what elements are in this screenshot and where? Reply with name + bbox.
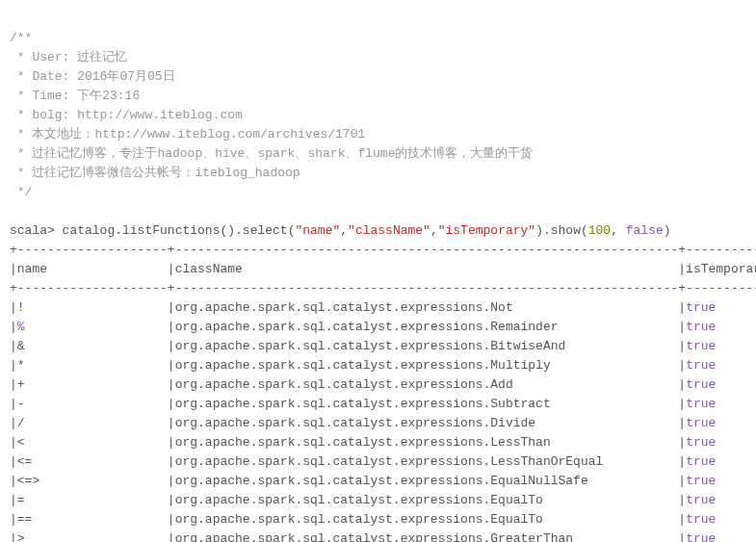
table-cell-istemporary: true xyxy=(686,339,716,353)
table-cell-istemporary: true xyxy=(686,377,716,392)
table-row: |> |org.apache.spark.sql.catalyst.expres… xyxy=(10,531,756,542)
table-cell-istemporary: true xyxy=(686,512,716,527)
table-row: |== |org.apache.spark.sql.catalyst.expre… xyxy=(10,512,756,527)
table-cell-istemporary: true xyxy=(686,416,716,430)
table-cell-istemporary: true xyxy=(686,300,716,315)
table-cell-name: % xyxy=(17,320,25,334)
table-cell-istemporary: true xyxy=(686,531,716,542)
table-cell-istemporary: true xyxy=(686,320,716,334)
table-row: |& |org.apache.spark.sql.catalyst.expres… xyxy=(10,339,756,353)
table-row: |! |org.apache.spark.sql.catalyst.expres… xyxy=(10,300,756,315)
table-row: |+ |org.apache.spark.sql.catalyst.expres… xyxy=(10,377,756,392)
code-line: scala> catalog.listFunctions().select("n… xyxy=(10,223,671,238)
table-cell-istemporary: true xyxy=(686,435,716,450)
code-string-arg: "className" xyxy=(348,223,430,238)
table-row: |- |org.apache.spark.sql.catalyst.expres… xyxy=(10,397,756,411)
table-cell-istemporary: true xyxy=(686,358,716,373)
table-cell-istemporary: true xyxy=(686,474,716,488)
table-row: |/ |org.apache.spark.sql.catalyst.expres… xyxy=(10,416,756,430)
table-row: |< |org.apache.spark.sql.catalyst.expres… xyxy=(10,435,756,450)
table-row: |= |org.apache.spark.sql.catalyst.expres… xyxy=(10,493,756,507)
code-number: 100 xyxy=(588,223,611,238)
table-cell-istemporary: true xyxy=(686,493,716,507)
code-string-arg: "isTemporary" xyxy=(438,223,535,238)
table-row: |<=> |org.apache.spark.sql.catalyst.expr… xyxy=(10,474,756,488)
table-cell-istemporary: true xyxy=(686,397,716,411)
code-bool: false xyxy=(626,223,664,238)
code-string-arg: "name" xyxy=(295,223,340,238)
output-table: +--------------------+------------------… xyxy=(10,243,756,542)
table-row: |<= |org.apache.spark.sql.catalyst.expre… xyxy=(10,454,756,469)
table-row: |% |org.apache.spark.sql.catalyst.expres… xyxy=(10,320,756,334)
table-cell-istemporary: true xyxy=(686,454,716,469)
table-row: |* |org.apache.spark.sql.catalyst.expres… xyxy=(10,358,756,373)
code-comment-block: /** * User: 过往记忆 * Date: 2016年07月05日 * T… xyxy=(10,31,533,199)
code-punct: , xyxy=(611,223,626,238)
